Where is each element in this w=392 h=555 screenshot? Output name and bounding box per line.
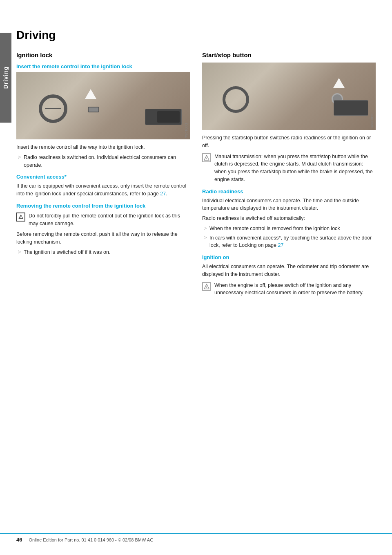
info-icon2 xyxy=(202,282,211,291)
footer-text: Online Edition for Part no. 01 41 0 014 … xyxy=(29,537,153,542)
warning-box: ⚠ Do not forcibly pull the remote contro… xyxy=(16,212,190,228)
convenient-access-link[interactable]: 27 xyxy=(160,191,166,197)
page-footer: 46 Online Edition for Part no. 01 41 0 0… xyxy=(0,533,392,543)
removing-remote-heading: Removing the remote control from the ign… xyxy=(16,203,190,209)
svg-point-5 xyxy=(206,285,207,286)
insert-remote-para1: Insert the remote control all the way in… xyxy=(16,143,190,151)
bullet-convenient-text-part1: In cars with convenient access*, by touc… xyxy=(209,235,372,248)
info-icon1 xyxy=(202,153,211,162)
info-note1: Manual transmission: when you press the … xyxy=(202,153,376,184)
info-note2-text: When the engine is off, please switch of… xyxy=(214,282,376,297)
info-note1-text: Manual transmission: when you press the … xyxy=(214,153,376,184)
locking-link[interactable]: 27 xyxy=(278,242,283,248)
radio-readiness-para2: Radio readiness is switched off automati… xyxy=(202,215,376,222)
insert-remote-heading: Insert the remote control into the ignit… xyxy=(16,63,190,69)
convenient-access-period: . xyxy=(166,191,167,197)
bullet-remote-removed-text: When the remote control is removed from … xyxy=(209,225,340,233)
info-note2: When the engine is off, please switch of… xyxy=(202,282,376,297)
radio-unit-right xyxy=(334,100,368,116)
right-column: Start/stop button DJ01235 Pressing the s… xyxy=(202,51,376,300)
removing-remote-para: Before removing the remote control, push… xyxy=(16,231,190,246)
steering-wheel-right xyxy=(223,86,249,113)
bullet-remote-removed: ▷ When the remote control is removed fro… xyxy=(204,225,376,233)
warning-text: Do not forcibly pull the remote control … xyxy=(29,212,190,228)
image-code-left: DJ01234 xyxy=(184,123,188,138)
page-container: Driving Driving Ignition lock Insert the… xyxy=(0,0,392,555)
bullet-icon2: ▷ xyxy=(18,249,21,256)
main-content: Driving Ignition lock Insert the remote … xyxy=(16,0,376,300)
bullet-convenient-access-text: In cars with convenient access*, by touc… xyxy=(209,234,376,250)
ignition-lock-image-inner xyxy=(16,72,190,139)
bullet-icon: ▷ xyxy=(18,154,21,169)
arrow-graphic xyxy=(85,89,96,99)
start-stop-heading: Start/stop button xyxy=(202,51,376,58)
convenient-access-para: If the car is equipped with convenient a… xyxy=(16,182,190,198)
bullet-icon3: ▷ xyxy=(204,226,207,233)
radio-readiness-para1: Individual electrical consumers can oper… xyxy=(202,197,376,213)
start-stop-para1: Pressing the start/stop button switches … xyxy=(202,134,376,150)
ignition-on-para: All electrical consumers can operate. Th… xyxy=(202,263,376,278)
page-title: Driving xyxy=(16,29,376,42)
bullet-ignition-off: ▷ The ignition is switched off if it was… xyxy=(18,248,190,256)
steering-wheel-graphic xyxy=(39,94,67,123)
info-icon1-svg xyxy=(204,155,209,161)
warning-icon: ⚠ xyxy=(16,213,25,222)
bullet-radio-readiness-text: Radio readiness is switched on. Individu… xyxy=(24,154,190,169)
two-column-layout: Ignition lock Insert the remote control … xyxy=(16,51,376,300)
start-stop-arrow xyxy=(333,78,345,88)
left-column: Ignition lock Insert the remote control … xyxy=(16,51,190,300)
convenient-access-heading: Convenient access* xyxy=(16,174,190,180)
bullet-convenient-access: ▷ In cars with convenient access*, by to… xyxy=(204,234,376,250)
bullet-ignition-off-text: The ignition is switched off if it was o… xyxy=(24,248,110,256)
bullet-radio-readiness: ▷ Radio readiness is switched on. Indivi… xyxy=(18,154,190,169)
key-slot-graphic xyxy=(88,107,99,112)
ignition-lock-image: DJ01234 xyxy=(16,72,190,139)
ignition-lock-heading: Ignition lock xyxy=(16,51,190,58)
page-number: 46 xyxy=(16,537,22,543)
radio-readiness-heading: Radio readiness xyxy=(202,188,376,195)
svg-point-2 xyxy=(206,157,207,157)
image-code-right: DJ01235 xyxy=(370,114,374,128)
bullet-icon4: ▷ xyxy=(204,235,207,250)
start-stop-image: DJ01235 xyxy=(202,63,376,130)
ignition-on-heading: Ignition on xyxy=(202,254,376,260)
side-tab-label: Driving xyxy=(2,66,9,89)
side-tab: Driving xyxy=(0,33,11,123)
radio-screen-graphic xyxy=(157,111,180,123)
info-icon2-svg xyxy=(204,284,209,289)
